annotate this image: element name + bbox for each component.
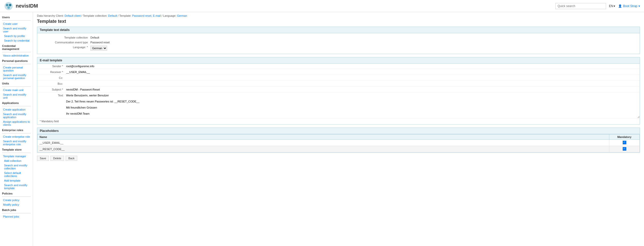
placeholder-name-2: __RESET_CODE__ [37, 146, 609, 152]
sidebar-section-template-store: Template store [0, 147, 33, 152]
receiver-input[interactable] [65, 69, 640, 75]
bcc-row: Bcc: [37, 81, 640, 86]
language-select[interactable]: German English [90, 46, 107, 51]
template-collection-value: Default [90, 35, 99, 39]
sidebar-item-modify-policy[interactable]: Modify policy [0, 202, 33, 207]
col-name-header: Name [37, 134, 609, 140]
mandatory-note: * Mandatory field [37, 119, 640, 124]
bcc-input[interactable] [65, 81, 640, 86]
placeholder-mandatory-1 [609, 140, 640, 146]
subject-input[interactable] [65, 87, 640, 92]
breadcrumb-template-collection-label: Template collection: [83, 14, 107, 17]
sidebar-item-search-modify-template[interactable]: Search and modify template [0, 183, 33, 190]
svg-point-1 [6, 4, 8, 6]
quick-search-input[interactable] [555, 3, 606, 9]
breadcrumb-language-value[interactable]: German [177, 14, 187, 17]
sidebar-item-select-default-collections[interactable]: Select default collections [0, 171, 33, 178]
sidebar-item-template-manager[interactable]: Template manager [0, 154, 33, 159]
lang-selector[interactable]: EN ▾ [609, 4, 615, 8]
delete-button[interactable]: Delete [50, 156, 64, 161]
communication-event-label: Communication event type [40, 40, 90, 44]
sidebar-section-batch-jobs: Batch jobs [0, 207, 33, 212]
sidebar-item-create-user[interactable]: Create user [0, 22, 33, 26]
sidebar-section-enterprise-roles: Enterprise roles [0, 127, 33, 132]
sidebar-section-users: Users [0, 14, 33, 19]
sidebar-item-search-modify-personal-question[interactable]: Search and modify personal question [0, 73, 33, 80]
text-textarea[interactable]: Werte Benutzerin, werter Benutzer Der 2.… [65, 93, 640, 118]
breadcrumb-template-value[interactable]: Password reset, E-mail [132, 14, 161, 17]
sidebar-item-add-collection[interactable]: Add collection [0, 159, 33, 163]
back-button[interactable]: Back [66, 156, 77, 161]
user-icon: 👤 [618, 4, 622, 8]
save-button[interactable]: Save [37, 156, 49, 161]
breadcrumb: Data hierarchy Client: Default client / … [37, 14, 640, 17]
bcc-label: Bcc: [37, 81, 65, 86]
sidebar-item-add-template[interactable]: Add template [0, 178, 33, 183]
subject-row: Subject * [37, 87, 640, 92]
col-mandatory-header: Mandatory [609, 134, 640, 140]
sidebar-item-create-main-unit[interactable]: Create main unit [0, 88, 33, 92]
sidebar-item-planned-jobs[interactable]: Planned jobs [0, 214, 33, 219]
language-value: German English [90, 45, 107, 51]
receiver-row: Receiver * [37, 69, 640, 75]
sidebar-item-create-personal-question[interactable]: Create personal question [0, 65, 33, 73]
sidebar-item-search-modify-enterprise-role[interactable]: Search and modify enterprise role [0, 139, 33, 147]
communication-event-value: Password reset [90, 40, 110, 44]
breadcrumb-template-collection-value[interactable]: Default [108, 14, 117, 17]
template-collection-row: Template collection Default [40, 35, 637, 39]
svg-point-3 [7, 6, 10, 9]
sidebar-item-search-modify-unit[interactable]: Search and modify unit [0, 92, 33, 100]
cc-input[interactable] [65, 75, 640, 80]
communication-event-row: Communication event type Password reset [40, 40, 637, 44]
lang-arrow-icon: ▾ [614, 4, 615, 8]
placeholder-name-1: __USER_EMAIL__ [37, 140, 609, 146]
sidebar-item-create-enterprise-role[interactable]: Create enterprise role [0, 134, 33, 139]
template-details-title: Template text details [37, 27, 640, 33]
sidebar-section-credential: Credential management [0, 43, 33, 51]
placeholders-table: Name Mandatory __USER_EMAIL__ __RESET [37, 134, 640, 152]
sidebar-item-search-by-profile[interactable]: Search by profile [0, 34, 33, 38]
text-row: Text Werte Benutzerin, werter Benutzer D… [37, 93, 640, 118]
app-title: nevisIDM [16, 3, 38, 9]
sender-input[interactable] [65, 64, 640, 69]
svg-point-2 [9, 4, 11, 6]
template-details-section: Template text details Template collectio… [37, 27, 640, 54]
placeholder-mandatory-2 [609, 146, 640, 152]
sidebar-item-search-modify-collection[interactable]: Search and modify collection [0, 163, 33, 171]
cc-row: Cc: [37, 75, 640, 81]
placeholders-section: Placeholders Name Mandatory __USER_EMAIL… [37, 128, 640, 153]
email-template-section: E-mail template Sender * Receiver * Cc: [37, 57, 640, 125]
language-label: Language: * [40, 45, 90, 49]
breadcrumb-client-label: Client: [56, 14, 64, 17]
svg-point-0 [5, 2, 13, 10]
sidebar-item-search-by-credential[interactable]: Search by credential [0, 38, 33, 43]
lang-label: EN [609, 4, 613, 8]
subject-label: Subject * [37, 87, 65, 92]
sidebar-item-search-modify-user[interactable]: Search and modify user [0, 26, 33, 34]
page-title: Template text [37, 19, 640, 24]
sidebar-section-applications: Applications [0, 100, 33, 105]
user-arrow-icon: ▾ [638, 4, 640, 8]
sidebar-item-vasco[interactable]: Vasco administration [0, 53, 33, 58]
cc-label: Cc: [37, 75, 65, 80]
placeholders-title: Placeholders [37, 128, 640, 134]
sidebar-item-assign-applications[interactable]: Assign applications to clients [0, 119, 33, 127]
checkbox-reset-code[interactable] [623, 147, 626, 151]
sidebar: Users Create user Search and modify user… [0, 12, 33, 246]
user-label: Boot Strap [623, 4, 637, 8]
email-template-title: E-mail template [37, 57, 640, 64]
placeholder-row-2: __RESET_CODE__ [37, 146, 640, 152]
action-buttons: Save Delete Back [37, 156, 640, 161]
sidebar-item-search-modify-application[interactable]: Search and modify application [0, 112, 33, 119]
sidebar-section-policies: Policies [0, 190, 33, 196]
breadcrumb-client-value[interactable]: Default client [65, 14, 81, 17]
template-collection-label: Template collection [40, 35, 90, 39]
sidebar-section-personal: Personal questions [0, 58, 33, 63]
sidebar-item-create-application[interactable]: Create application [0, 107, 33, 112]
breadcrumb-template-label: Template: [119, 14, 131, 17]
sidebar-item-create-policy[interactable]: Create policy [0, 198, 33, 202]
app-logo-icon [4, 2, 13, 11]
sender-row: Sender * [37, 64, 640, 69]
checkbox-user-email[interactable] [623, 141, 626, 144]
user-menu[interactable]: 👤 Boot Strap ▾ [618, 4, 640, 8]
